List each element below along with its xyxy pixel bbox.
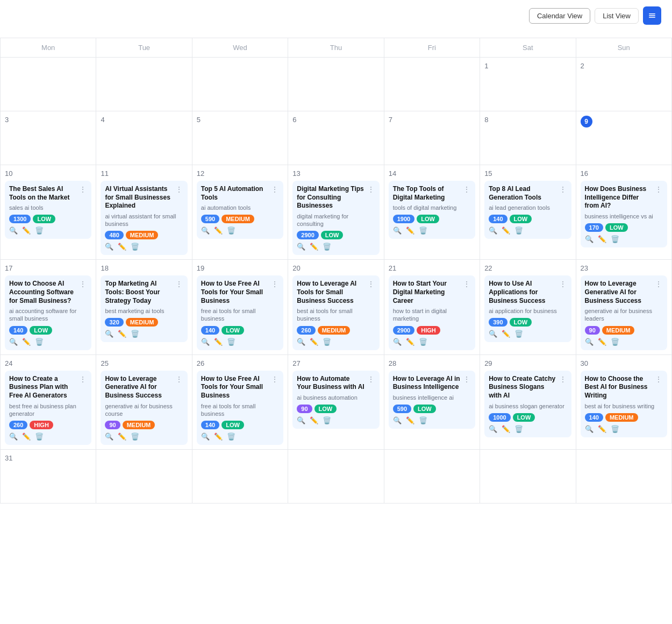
edit-icon[interactable]: ✏️ xyxy=(22,432,31,441)
card-menu-button[interactable]: ⋮ xyxy=(655,375,663,384)
list-view-button[interactable]: List View xyxy=(595,8,639,24)
search-icon[interactable]: 🔍 xyxy=(393,338,402,346)
delete-icon[interactable]: 🗑️ xyxy=(323,243,331,251)
edit-icon[interactable]: ✏️ xyxy=(502,226,510,235)
calendar-view-button[interactable]: Calendar View xyxy=(529,8,590,24)
delete-icon[interactable]: 🗑️ xyxy=(611,235,619,243)
search-icon[interactable]: 🔍 xyxy=(105,432,113,441)
card-menu-button[interactable]: ⋮ xyxy=(175,375,183,384)
search-icon[interactable]: 🔍 xyxy=(393,226,402,235)
card-menu-button[interactable]: ⋮ xyxy=(79,185,87,194)
search-icon[interactable]: 🔍 xyxy=(201,338,210,346)
edit-icon[interactable]: ✏️ xyxy=(310,416,318,424)
card-menu-button[interactable]: ⋮ xyxy=(79,375,87,384)
search-icon[interactable]: 🔍 xyxy=(489,330,497,338)
card-keyword: free ai tools for small business xyxy=(201,402,279,418)
card-header: How to Leverage AI Tools for Small Busin… xyxy=(297,280,375,305)
card-menu-button[interactable]: ⋮ xyxy=(271,375,279,384)
edit-icon[interactable]: ✏️ xyxy=(310,338,318,346)
delete-icon[interactable]: 🗑️ xyxy=(611,338,619,346)
edit-icon[interactable]: ✏️ xyxy=(598,425,606,433)
search-icon[interactable]: 🔍 xyxy=(297,416,305,424)
delete-icon[interactable]: 🗑️ xyxy=(514,330,523,338)
edit-icon[interactable]: ✏️ xyxy=(214,226,223,235)
edit-icon[interactable]: ✏️ xyxy=(310,243,318,251)
search-icon[interactable]: 🔍 xyxy=(9,338,18,346)
search-icon[interactable]: 🔍 xyxy=(9,226,18,235)
edit-icon[interactable]: ✏️ xyxy=(502,330,510,338)
search-icon[interactable]: 🔍 xyxy=(585,425,594,433)
edit-icon[interactable]: ✏️ xyxy=(118,432,126,441)
difficulty-badge: LOW xyxy=(413,405,436,413)
edit-icon[interactable]: ✏️ xyxy=(502,425,510,433)
delete-icon[interactable]: 🗑️ xyxy=(419,416,427,424)
delete-icon[interactable]: 🗑️ xyxy=(227,432,235,441)
card-title: How to Use Free AI Tools for Your Small … xyxy=(201,375,271,400)
menu-icon-button[interactable] xyxy=(643,6,661,25)
delete-icon[interactable]: 🗑️ xyxy=(35,338,44,346)
search-icon[interactable]: 🔍 xyxy=(489,425,497,433)
card-header: Top 5 AI Automation Tools ⋮ xyxy=(201,185,279,202)
delete-icon[interactable]: 🗑️ xyxy=(131,330,139,338)
delete-icon[interactable]: 🗑️ xyxy=(514,425,523,433)
card-menu-button[interactable]: ⋮ xyxy=(367,375,375,384)
search-icon[interactable]: 🔍 xyxy=(585,338,594,346)
search-icon[interactable]: 🔍 xyxy=(297,243,305,251)
delete-icon[interactable]: 🗑️ xyxy=(323,416,331,424)
card-menu-button[interactable]: ⋮ xyxy=(655,185,663,194)
search-icon[interactable]: 🔍 xyxy=(297,338,305,346)
card-menu-button[interactable]: ⋮ xyxy=(271,280,279,288)
delete-icon[interactable]: 🗑️ xyxy=(227,226,235,235)
search-icon[interactable]: 🔍 xyxy=(393,416,402,424)
delete-icon[interactable]: 🗑️ xyxy=(419,338,427,346)
card-menu-button[interactable]: ⋮ xyxy=(463,280,471,288)
delete-icon[interactable]: 🗑️ xyxy=(131,243,139,251)
card-menu-button[interactable]: ⋮ xyxy=(559,280,567,288)
search-icon[interactable]: 🔍 xyxy=(489,226,497,235)
delete-icon[interactable]: 🗑️ xyxy=(227,338,235,346)
delete-icon[interactable]: 🗑️ xyxy=(611,425,619,433)
delete-icon[interactable]: 🗑️ xyxy=(323,338,331,346)
card-menu-button[interactable]: ⋮ xyxy=(271,185,279,194)
edit-icon[interactable]: ✏️ xyxy=(598,338,606,346)
delete-icon[interactable]: 🗑️ xyxy=(35,226,44,235)
card-menu-button[interactable]: ⋮ xyxy=(463,375,471,384)
search-icon[interactable]: 🔍 xyxy=(105,330,113,338)
volume-badge: 390 xyxy=(489,318,507,327)
search-icon[interactable]: 🔍 xyxy=(105,243,113,251)
card-menu-button[interactable]: ⋮ xyxy=(367,280,375,288)
edit-icon[interactable]: ✏️ xyxy=(118,330,126,338)
card-menu-button[interactable]: ⋮ xyxy=(79,280,87,288)
day-cell-11: 11 AI Virtual Assistants for Small Busin… xyxy=(96,165,192,260)
delete-icon[interactable]: 🗑️ xyxy=(419,226,427,235)
card-menu-button[interactable]: ⋮ xyxy=(367,185,375,194)
day-header-tue: Tue xyxy=(96,38,192,58)
search-icon[interactable]: 🔍 xyxy=(201,432,210,441)
edit-icon[interactable]: ✏️ xyxy=(214,338,223,346)
edit-icon[interactable]: ✏️ xyxy=(406,416,414,424)
search-icon[interactable]: 🔍 xyxy=(201,226,210,235)
volume-badge: 1900 xyxy=(393,215,414,223)
edit-icon[interactable]: ✏️ xyxy=(406,226,414,235)
delete-icon[interactable]: 🗑️ xyxy=(514,226,523,235)
edit-icon[interactable]: ✏️ xyxy=(22,338,31,346)
card-keyword: tools of digital marketing xyxy=(393,204,471,211)
search-icon[interactable]: 🔍 xyxy=(9,432,18,441)
card-menu-button[interactable]: ⋮ xyxy=(175,185,183,194)
card-menu-button[interactable]: ⋮ xyxy=(463,185,471,194)
day-cell-27: 27 How to Automate Your Business with AI… xyxy=(288,355,384,450)
edit-icon[interactable]: ✏️ xyxy=(406,338,414,346)
edit-icon[interactable]: ✏️ xyxy=(214,432,223,441)
edit-icon[interactable]: ✏️ xyxy=(22,226,31,235)
delete-icon[interactable]: 🗑️ xyxy=(131,432,139,441)
card-menu-button[interactable]: ⋮ xyxy=(559,375,567,384)
edit-icon[interactable]: ✏️ xyxy=(118,243,126,251)
card-menu-button[interactable]: ⋮ xyxy=(175,280,183,288)
card-menu-button[interactable]: ⋮ xyxy=(559,185,567,194)
card-badges: 1900 LOW xyxy=(393,215,471,223)
edit-icon[interactable]: ✏️ xyxy=(598,235,606,243)
card-menu-button[interactable]: ⋮ xyxy=(655,280,663,288)
difficulty-badge: MEDIUM xyxy=(605,413,638,422)
delete-icon[interactable]: 🗑️ xyxy=(35,432,44,441)
search-icon[interactable]: 🔍 xyxy=(585,235,594,243)
